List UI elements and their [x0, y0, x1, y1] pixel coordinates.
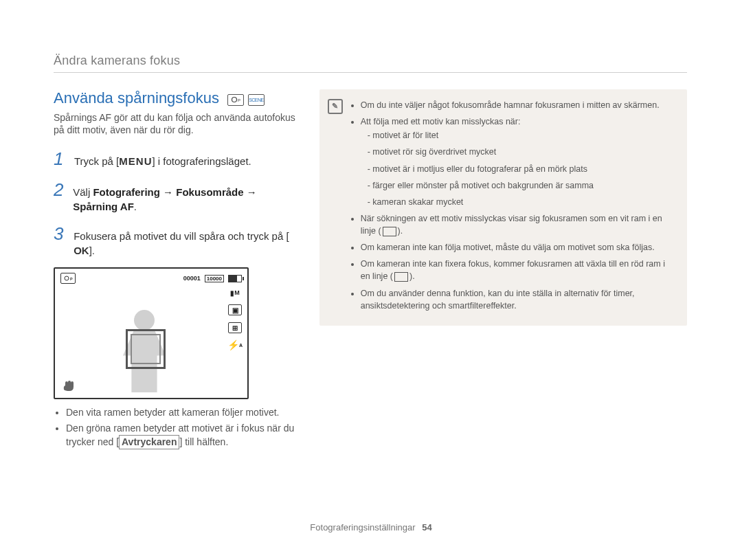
list-item: färger eller mönster på motivet och bakg… [368, 179, 676, 192]
camera-mode-icon: P [60, 273, 76, 284]
t: Tryck på [ [74, 155, 119, 167]
remaining-label: 10000 [205, 275, 224, 282]
program-mode-icon: P [227, 94, 244, 106]
step-number: 1 [54, 148, 66, 170]
focus-frame [126, 329, 166, 369]
list-item: När sökningen av ett motiv misslyckas vi… [361, 212, 676, 237]
list-item: motivet rör sig överdrivet mycket [368, 146, 676, 158]
list-item: Om kameran inte kan fixera fokus, kommer… [361, 258, 676, 282]
list-item: kameran skakar mycket [368, 196, 676, 208]
t: Välj [73, 186, 93, 198]
page: Ändra kamerans fokus Använda spårningsfo… [0, 0, 742, 560]
info-box: ✎ Om du inte väljer något fokusområde ha… [319, 89, 687, 326]
menu-path: Fotografering → Fokusområde → Spårning A… [73, 186, 257, 212]
menu-button-label: MENU [119, 154, 152, 168]
battery-icon [228, 275, 242, 282]
t: Att följa med ett motiv kan misslyckas n… [361, 117, 521, 126]
list-item: Om kameran inte kan följa motivet, måste… [361, 241, 676, 254]
image-size-icon: ▮M [229, 288, 241, 298]
page-title: Ändra kamerans fokus [54, 54, 687, 68]
list-item: Om du inte väljer något fokusområde hamn… [361, 99, 676, 111]
steps-list: 1 Tryck på [MENU] i fotograferingsläget.… [54, 148, 299, 258]
list-item: Den gröna ramen betyder att motivet är i… [66, 422, 299, 449]
anti-shake-icon [62, 380, 77, 392]
list-item: Den vita ramen betyder att kameran följe… [66, 406, 299, 419]
focus-area-icon: ⊞ [228, 322, 242, 333]
section-intro: Spårnings AF gör att du kan följa och an… [54, 111, 299, 136]
sub-list: motivet är för litet motivet rör sig öve… [361, 129, 676, 208]
illus-topbar: P 00001 10000 [55, 269, 247, 284]
illus-topbar-right: 00001 10000 [183, 275, 242, 282]
list-item: Om du använder denna funktion, kan du in… [361, 287, 676, 312]
t: ]. [89, 245, 95, 256]
camera-screen-illustration: P 00001 10000 ▮M ▣ ⊞ ⚡A [54, 267, 249, 399]
step-1: 1 Tryck på [MENU] i fotograferingsläget. [54, 148, 299, 170]
t: ). [398, 226, 403, 236]
list-item: motivet är i motljus eller du fotografer… [368, 163, 676, 175]
subject-silhouette [120, 310, 168, 392]
scene-mode-icon: SCENE [248, 94, 265, 106]
step-number: 3 [54, 223, 65, 245]
step-text: Fokusera på motivet du vill spåra och tr… [74, 229, 299, 258]
frame-icon [394, 272, 408, 282]
svg-point-0 [232, 98, 236, 102]
shutter-label: Avtryckaren [119, 435, 179, 449]
metering-icon: ▣ [228, 304, 242, 315]
t: Fokusera på motivet du vill spåra och tr… [74, 230, 289, 242]
page-number: 54 [422, 522, 431, 533]
t: . [134, 201, 137, 212]
notes-list: Den vita ramen betyder att kameran följe… [55, 406, 299, 449]
step-number: 2 [54, 179, 65, 201]
content-columns: Använda spårningsfokus P SCENE Spårnings… [54, 89, 687, 452]
shot-counter: 00001 [183, 275, 201, 282]
ok-button-label: OK [74, 243, 89, 258]
svg-text:P: P [70, 277, 73, 281]
right-column: ✎ Om du inte väljer något fokusområde ha… [319, 89, 687, 452]
svg-point-2 [65, 276, 69, 280]
illus-sidebar: ▮M ▣ ⊞ ⚡A [228, 288, 242, 350]
flash-icon: ⚡A [229, 340, 241, 350]
step-2: 2 Välj Fotografering → Fokusområde → Spå… [54, 179, 299, 214]
footer: Fotograferingsinställningar 54 [0, 522, 742, 533]
step-text: Välj Fotografering → Fokusområde → Spårn… [73, 185, 299, 214]
frame-icon [383, 227, 396, 236]
list-item: motivet är för litet [368, 129, 676, 142]
svg-text:P: P [238, 98, 240, 102]
t: ). [409, 271, 415, 281]
note-icon: ✎ [328, 99, 343, 114]
info-list: Om du inte väljer något fokusområde hamn… [351, 99, 676, 312]
section-title-text: Använda spårningsfokus [54, 89, 219, 107]
divider [54, 72, 687, 73]
left-column: Använda spårningsfokus P SCENE Spårnings… [54, 89, 299, 452]
t: ] till hälften. [179, 436, 228, 447]
section-title: Använda spårningsfokus P SCENE [54, 89, 299, 107]
list-item: Att följa med ett motiv kan misslyckas n… [361, 115, 676, 208]
step-text: Tryck på [MENU] i fotograferingsläget. [74, 154, 251, 168]
t: När sökningen av ett motiv misslyckas vi… [361, 214, 662, 236]
step-3: 3 Fokusera på motivet du vill spåra och … [54, 223, 299, 258]
mode-icons: P SCENE [227, 91, 265, 106]
footer-label: Fotograferingsinställningar [310, 522, 415, 533]
t: ] i fotograferingsläget. [152, 155, 251, 167]
